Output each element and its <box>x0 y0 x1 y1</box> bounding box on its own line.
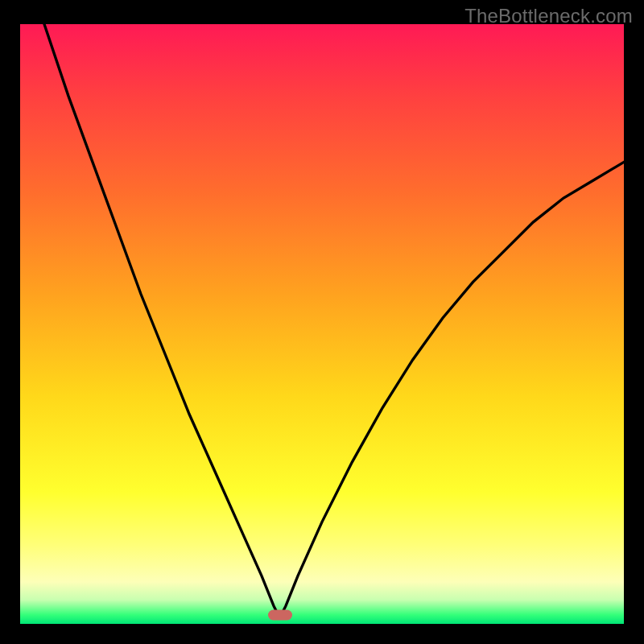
plot-area <box>20 24 624 624</box>
chart-canvas: TheBottleneck.com <box>0 0 644 644</box>
curve-left-branch <box>44 24 280 618</box>
watermark-text: TheBottleneck.com <box>464 5 633 27</box>
curve-right-branch <box>280 162 625 617</box>
bottleneck-curve <box>20 24 624 624</box>
optimum-marker <box>268 609 292 620</box>
